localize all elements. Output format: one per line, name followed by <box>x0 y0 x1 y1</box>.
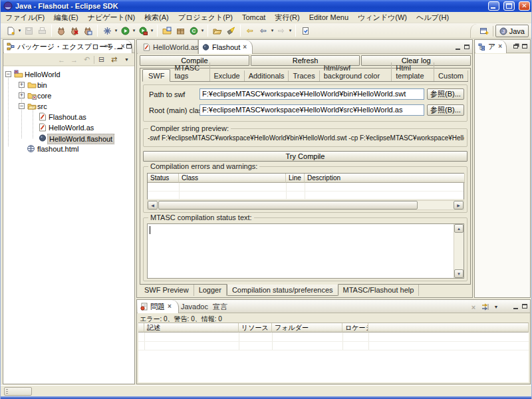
tree-item-helloworld-project[interactable]: − HelloWorld <box>3 69 134 80</box>
menu-project[interactable]: プロジェクト(P) <box>174 12 237 23</box>
root-class-input[interactable]: F:¥eclipseMTASC¥workspace¥HelloWorld¥src… <box>200 104 424 116</box>
view-minimize-button[interactable] <box>511 303 519 310</box>
column-class[interactable]: Class <box>179 174 286 183</box>
collapse-all-button[interactable]: ⊟ <box>96 55 107 65</box>
menu-navigate[interactable]: ナビゲート(N) <box>83 12 140 23</box>
column-line[interactable]: Line <box>286 174 305 183</box>
scrollbar-thumb[interactable] <box>158 201 418 209</box>
column-empty[interactable] <box>368 323 529 332</box>
forward-button[interactable]: → <box>68 55 80 65</box>
expander-expand-icon[interactable]: + <box>19 92 25 98</box>
chevron-down-icon[interactable]: ▾ <box>132 28 136 33</box>
tab-mtasc-flashout-help[interactable]: MTASC/Flashout help <box>338 285 420 296</box>
tasks-button[interactable] <box>299 24 312 37</box>
view-maximize-button[interactable] <box>125 43 133 50</box>
tomcat-restart-button[interactable] <box>81 24 94 37</box>
menu-window[interactable]: ウィンドウ(W) <box>353 12 412 23</box>
tree-item-bin[interactable]: + bin <box>3 80 134 90</box>
view-restore-button[interactable] <box>511 43 519 50</box>
tab-mtasc-tags[interactable]: MTASC tags <box>170 63 209 81</box>
save-button[interactable] <box>22 24 35 37</box>
chevron-down-icon[interactable]: ▾ <box>288 28 293 33</box>
tree-item-flashout-as[interactable]: Flashout.as <box>3 112 134 122</box>
tab-traces[interactable]: Traces <box>289 70 319 81</box>
expander-collapse-icon[interactable]: − <box>5 71 11 77</box>
view-maximize-button[interactable] <box>521 303 529 310</box>
print-button[interactable] <box>35 24 49 37</box>
fast-view-bar[interactable] <box>4 387 32 396</box>
menu-edit[interactable]: 編集(E) <box>49 12 83 23</box>
path-to-swf-input[interactable]: F:¥eclipseMTASC¥workspace¥HelloWorld¥bin… <box>200 88 424 100</box>
column-marker[interactable] <box>138 323 144 332</box>
chevron-down-icon[interactable]: ▾ <box>200 28 205 33</box>
menu-file[interactable]: ファイル(F) <box>1 12 49 23</box>
tab-html-template[interactable]: Html template <box>392 63 434 81</box>
new-package-button[interactable] <box>174 24 187 37</box>
view-maximize-button[interactable] <box>521 43 529 50</box>
search-button[interactable] <box>224 24 237 37</box>
try-compile-button[interactable]: Try Compile <box>143 151 467 162</box>
tree-item-helloworld-flashout[interactable]: HelloWorld.flashout <box>3 133 134 144</box>
back-button[interactable]: ⇦ <box>257 24 270 37</box>
new-wizard-button[interactable] <box>4 24 17 37</box>
debug-button[interactable] <box>100 24 114 37</box>
chevron-down-icon[interactable]: ▾ <box>150 28 154 33</box>
delete-button[interactable]: × <box>469 303 478 311</box>
maximize-button[interactable] <box>503 1 515 11</box>
column-location[interactable]: ロケーシ.. <box>342 323 368 332</box>
tab-custom[interactable]: Custom <box>434 70 468 81</box>
browse-swf-button[interactable]: 参照(B)... <box>427 88 464 100</box>
go-up-button[interactable]: ↶ <box>81 55 92 65</box>
tree-item-core[interactable]: + core <box>3 90 134 101</box>
tab-html-swf-background-color[interactable]: html/swf background color <box>320 63 392 81</box>
column-description[interactable]: 記述 <box>144 323 239 332</box>
tab-problems[interactable]: 問題 × <box>138 300 179 313</box>
view-menu-button[interactable]: ▼ <box>491 303 501 311</box>
new-class-button[interactable]: C <box>187 24 200 37</box>
column-folder[interactable]: フォルダー <box>272 323 342 332</box>
expander-expand-icon[interactable]: + <box>19 82 25 88</box>
external-tools-button[interactable] <box>136 24 150 37</box>
expander-collapse-icon[interactable]: − <box>19 103 25 109</box>
tomcat-stop-button[interactable] <box>68 24 81 37</box>
tab-exclude[interactable]: Exclude <box>210 70 245 81</box>
scroll-up-button[interactable]: ▲ <box>454 224 464 233</box>
editor-tab-flashout[interactable]: Flashout × <box>198 40 253 54</box>
back-button[interactable]: ← <box>56 55 67 65</box>
filter-button[interactable] <box>481 303 490 311</box>
view-menu-button[interactable]: ▼ <box>121 55 132 65</box>
column-description[interactable]: Description <box>305 174 465 183</box>
editor-tab-helloworld-as[interactable]: HelloWorld.as <box>138 40 198 54</box>
view-minimize-button[interactable] <box>116 43 124 50</box>
tree-item-helloworld-as[interactable]: HelloWorld.as <box>3 122 134 133</box>
tree-item-flashout-html[interactable]: flashout.html <box>3 144 134 154</box>
close-icon[interactable]: × <box>168 303 172 310</box>
tab-additionals[interactable]: Additionals <box>245 70 289 81</box>
menu-help[interactable]: ヘルプ(H) <box>412 12 454 23</box>
perspective-java-button[interactable]: J Java <box>495 25 529 37</box>
scroll-right-button[interactable]: ▶ <box>454 201 464 209</box>
menu-search[interactable]: 検索(A) <box>140 12 174 23</box>
view-stack-indicator[interactable]: »1 <box>104 43 111 49</box>
close-icon[interactable]: × <box>243 44 247 51</box>
new-java-project-button[interactable] <box>160 24 174 37</box>
column-resource[interactable]: リソース <box>239 323 272 332</box>
chevron-down-icon[interactable]: ▾ <box>270 28 275 33</box>
tab-outline[interactable]: ア × <box>475 40 507 53</box>
open-perspective-button[interactable] <box>477 25 491 38</box>
mtasc-status-textarea[interactable]: ▲ ▼ <box>147 223 464 279</box>
menu-editor-menu[interactable]: Editor Menu <box>305 13 353 22</box>
horizontal-scrollbar[interactable]: ◀ ▶ <box>147 200 464 210</box>
column-status[interactable]: Status <box>148 174 179 183</box>
minimize-button[interactable] <box>488 1 499 11</box>
editor-minimize-button[interactable] <box>454 43 462 51</box>
tab-package-explorer[interactable]: パッケージ・エクスプローラ.. × <box>4 40 132 53</box>
vertical-scrollbar[interactable]: ▲ ▼ <box>454 224 464 278</box>
forward-button[interactable]: ⇨ <box>275 24 288 37</box>
menu-tomcat[interactable]: Tomcat <box>237 13 270 22</box>
chevron-down-icon[interactable]: ▾ <box>17 28 22 33</box>
tab-compilation-status-preferences[interactable]: Compilation status/preferences <box>227 284 338 296</box>
close-button[interactable]: ✕ <box>519 1 530 11</box>
tab-declaration[interactable]: 宣言 <box>207 300 233 313</box>
link-with-editor-button[interactable]: ⇄ <box>108 55 120 65</box>
